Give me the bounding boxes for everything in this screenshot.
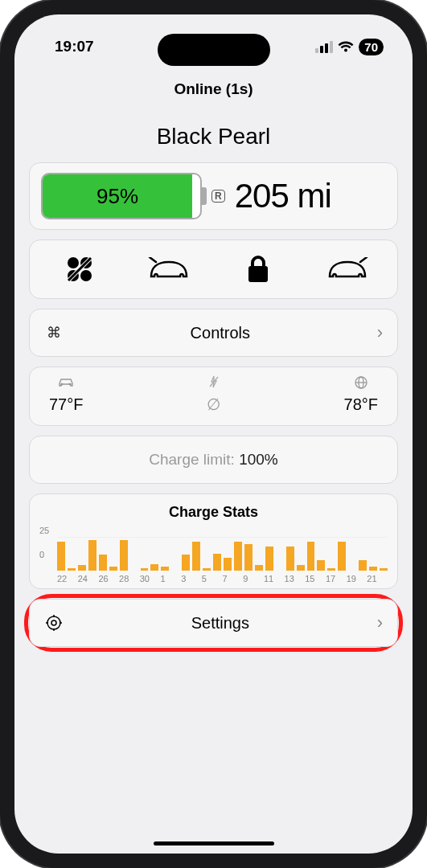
- dynamic-island: [158, 34, 270, 66]
- chevron-right-icon: ›: [377, 612, 383, 633]
- range-value: 205 mi: [235, 177, 331, 215]
- temperatures-card[interactable]: 77°F ∅ 78°F: [29, 366, 398, 426]
- svg-point-8: [69, 383, 72, 385]
- charge-limit-card[interactable]: Charge limit: 100%: [29, 436, 398, 484]
- inside-temp: 77°F: [49, 395, 83, 414]
- frunk-button[interactable]: [147, 252, 191, 287]
- vehicle-name: Black Pearl: [29, 113, 398, 162]
- home-indicator[interactable]: [154, 841, 274, 845]
- lock-button[interactable]: [236, 252, 280, 287]
- quick-actions-card: [29, 240, 398, 299]
- flash-off-icon: [208, 375, 220, 390]
- chart-x-axis: 222426283013579111315171921: [39, 574, 388, 583]
- battery-card[interactable]: 95% R 205 mi: [29, 162, 398, 230]
- charge-stats-card[interactable]: Charge Stats 250 22242628301357911131517…: [29, 493, 398, 589]
- rated-badge: R: [211, 190, 225, 203]
- settings-label: Settings: [64, 614, 377, 633]
- settings-row[interactable]: Settings ›: [29, 599, 398, 647]
- charge-limit-label: Charge limit:: [149, 451, 239, 468]
- page-title: Online (1s): [14, 63, 413, 113]
- chart-bars: [57, 537, 388, 571]
- controls-label: Controls: [64, 324, 377, 342]
- climate-status: ∅: [207, 395, 220, 414]
- svg-point-7: [61, 383, 64, 385]
- wifi-icon: [338, 41, 354, 53]
- cellular-icon: [315, 41, 333, 53]
- svg-point-0: [68, 257, 79, 268]
- svg-rect-6: [248, 266, 268, 282]
- svg-point-14: [51, 620, 56, 625]
- car-icon: [57, 376, 75, 391]
- controls-row[interactable]: ⌘ Controls ›: [29, 309, 398, 357]
- battery-gauge-icon: 95%: [41, 173, 202, 219]
- battery-icon: 70: [359, 39, 384, 55]
- battery-percent: 95%: [96, 184, 138, 209]
- climate-off-button[interactable]: [58, 252, 101, 287]
- chart-y-axis: 250: [39, 526, 49, 559]
- status-time: 19:07: [55, 38, 94, 55]
- charge-stats-title: Charge Stats: [39, 504, 388, 521]
- command-icon: ⌘: [44, 324, 64, 342]
- outside-temp: 78°F: [344, 395, 378, 414]
- svg-point-3: [80, 270, 92, 281]
- svg-point-13: [47, 616, 60, 629]
- charge-limit-value: 100%: [239, 451, 278, 468]
- chevron-right-icon: ›: [377, 322, 383, 343]
- globe-icon: [355, 376, 367, 391]
- trunk-button[interactable]: [326, 252, 369, 287]
- gear-icon: [44, 615, 64, 631]
